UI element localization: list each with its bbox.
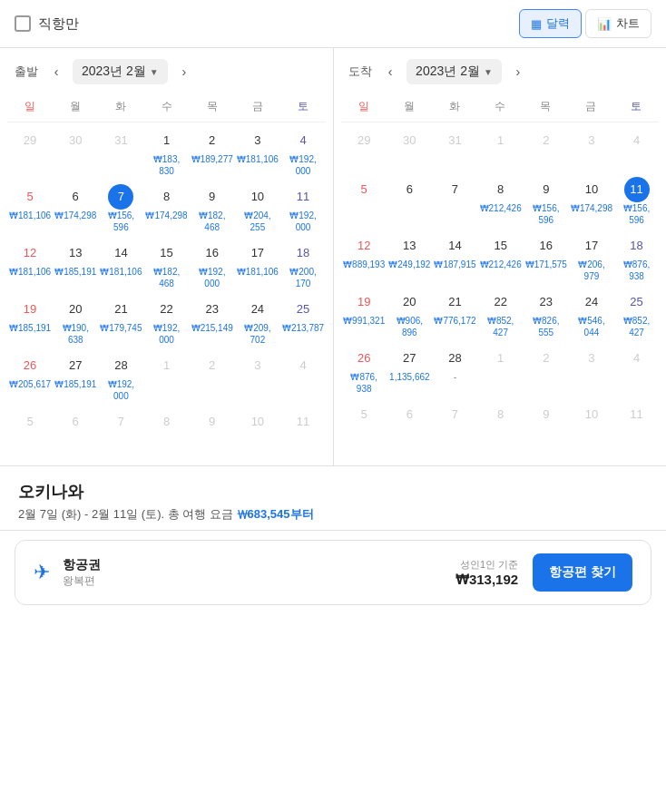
search-flights-btn[interactable]: 항공편 찾기 [533,553,632,592]
cal-day-cell[interactable]: 271,135,662 [387,342,432,398]
cal-day-cell[interactable]: 9₩182, 468 [190,181,235,237]
cal-day-cell[interactable]: 5₩181,106 [7,181,53,237]
day-price: ₩189,277 [191,153,233,165]
departure-header: 출발 ‹ 2023년 2월 ▼ › [7,48,326,92]
cal-day-cell[interactable]: 25₩213,787 [280,293,326,349]
day-num-wrapper: 10 [245,409,270,435]
cal-day-cell[interactable]: 24₩546, 044 [569,286,614,342]
cal-day-cell[interactable]: 20₩190, 638 [53,293,98,349]
day-num-wrapper: 19 [351,289,377,315]
cal-day-cell[interactable]: 8₩174,298 [143,181,189,237]
cal-day-cell: 11 [280,406,326,455]
cal-day-cell[interactable]: 9₩156, 596 [524,173,569,230]
day-number: 10 [251,415,264,428]
cal-day-cell[interactable]: 15₩182, 468 [143,237,189,293]
day-number: 4 [299,358,306,372]
day-price: ₩156, 596 [533,202,559,226]
day-price: ₩852, 427 [623,315,650,338]
cal-day-cell[interactable]: 21₩776,172 [432,286,477,342]
cal-day-cell[interactable]: 5 [341,173,387,230]
day-number: 28 [114,358,127,372]
day-num-wrapper: 11 [290,409,316,435]
cal-day-cell[interactable]: 2₩189,277 [190,124,235,181]
day-price: ₩182, 468 [153,266,180,289]
cal-day-cell: 9 [524,398,569,447]
departure-prev-btn[interactable]: ‹ [45,61,67,83]
cal-day-cell: 2 [524,124,569,173]
arrival-month-select[interactable]: 2023년 2월 ▼ [406,59,502,84]
cal-day-cell[interactable]: 16₩192, 000 [190,237,235,293]
day-num-wrapper: 6 [63,409,88,435]
day-num-wrapper: 2 [200,128,225,153]
cal-day-cell[interactable]: 20₩906, 896 [387,286,432,342]
day-num-wrapper: 3 [245,353,270,378]
cal-day-cell[interactable]: 8₩212,426 [478,173,524,230]
cal-day-cell[interactable]: 28- [432,342,477,398]
day-number: 5 [26,415,33,428]
cal-day-cell[interactable]: 6 [387,173,432,230]
cal-day-cell: 8 [478,398,524,447]
cal-day-cell[interactable]: 18₩876, 938 [614,230,659,286]
departure-next-btn[interactable]: › [173,61,195,83]
cal-day-cell[interactable]: 16₩171,575 [524,230,569,286]
day-number: 7 [118,415,124,428]
cal-day-cell[interactable]: 23₩826, 555 [524,286,569,342]
arrival-prev-btn[interactable]: ‹ [379,61,401,83]
cal-day-cell[interactable]: 26₩205,617 [7,349,53,406]
day-number: 11 [630,407,642,421]
day-number: 26 [24,358,36,372]
departure-month-select[interactable]: 2023년 2월 ▼ [73,59,168,84]
day-number: 22 [160,302,172,316]
day-price: ₩190, 638 [63,322,89,346]
cal-day-cell[interactable]: 13₩249,192 [387,230,432,286]
cal-day-cell[interactable]: 11₩192, 000 [280,181,326,237]
day-num-wrapper: 11 [290,184,316,210]
calendar-view-btn[interactable]: ▦ 달력 [519,9,582,38]
cal-day-cell[interactable]: 28₩192, 000 [98,349,143,406]
day-num-wrapper: 26 [17,353,43,378]
cal-day-cell[interactable]: 19₩185,191 [7,293,53,349]
cal-day-cell[interactable]: 15₩212,426 [478,230,524,286]
cal-day-cell[interactable]: 10₩174,298 [569,173,614,230]
day-num-wrapper: 9 [534,177,559,202]
cal-day-cell[interactable]: 4₩192, 000 [280,124,326,181]
day-num-wrapper: 23 [534,289,559,315]
cal-day-cell[interactable]: 10₩204, 255 [235,181,280,237]
cal-day-cell[interactable]: 1₩183, 830 [143,124,189,181]
chart-view-btn[interactable]: 📊 차트 [585,9,651,38]
cal-day-cell[interactable]: 17₩181,106 [235,237,280,293]
cal-day-cell[interactable]: 24₩209, 702 [235,293,280,349]
day-num-wrapper: 8 [488,402,514,427]
cal-day-cell: 1 [478,124,524,173]
cal-day-cell[interactable]: 21₩179,745 [98,293,143,349]
cal-day-cell[interactable]: 22₩192, 000 [143,293,189,349]
cal-day-cell[interactable]: 12₩181,106 [7,237,53,293]
direct-only-checkbox[interactable] [15,15,31,32]
cal-day-cell[interactable]: 22₩852, 427 [478,286,524,342]
cal-day-cell[interactable]: 17₩206, 979 [569,230,614,286]
cal-day-cell[interactable]: 19₩991,321 [341,286,387,342]
cal-day-cell[interactable]: 6₩174,298 [53,181,98,237]
cal-day-cell[interactable]: 23₩215,149 [190,293,235,349]
cal-day-cell[interactable]: 13₩185,191 [53,237,98,293]
cal-day-cell[interactable]: 12₩889,193 [341,230,387,286]
cal-day-cell[interactable]: 3₩181,106 [235,124,280,181]
cal-day-cell[interactable]: 14₩187,915 [432,230,477,286]
calendars-section: 출발 ‹ 2023년 2월 ▼ › 일 월 화 수 목 금 토 2930311₩… [0,48,666,466]
cal-day-cell[interactable]: 11₩156, 596 [614,173,659,230]
cal-day-cell[interactable]: 27₩185,191 [53,349,98,406]
day-price: ₩876, 938 [350,371,377,395]
cal-day-cell[interactable]: 7 [432,173,477,230]
arr-dh-sat: 토 [613,95,659,118]
cal-day-cell[interactable]: 25₩852, 427 [614,286,659,342]
cal-day-cell[interactable]: 7₩156, 596 [98,181,143,237]
day-price: ₩192, 000 [199,266,225,289]
direct-only-option[interactable]: 직항만 [15,15,79,33]
cal-day-cell[interactable]: 14₩181,106 [98,237,143,293]
cal-day-cell[interactable]: 26₩876, 938 [341,342,387,398]
cal-day-cell[interactable]: 18₩200, 170 [280,237,326,293]
trip-summary: 오키나와 2월 7일 (화) - 2월 11일 (토). 총 여행 요금 ₩68… [0,466,666,531]
day-num-wrapper: 17 [245,240,270,266]
day-number: 5 [361,407,367,421]
arrival-next-btn[interactable]: › [507,61,529,83]
